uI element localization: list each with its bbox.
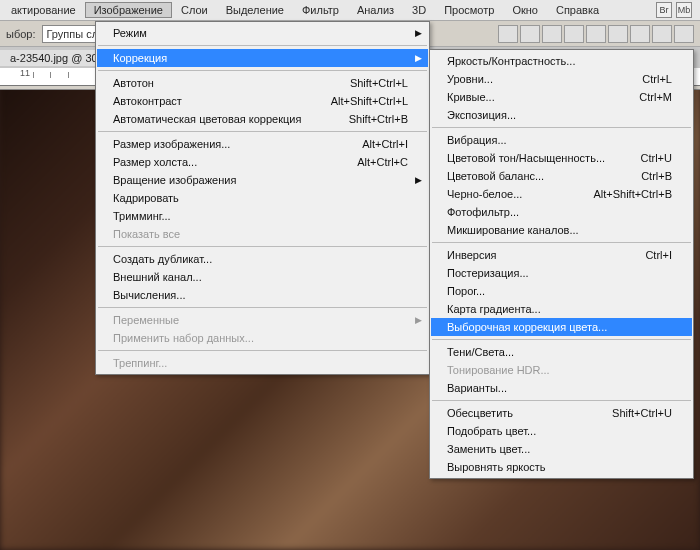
menu-separator (98, 246, 427, 247)
menu-separator (432, 339, 691, 340)
menu-item-shortcut: Ctrl+I (615, 249, 672, 261)
menu-item-label: Автоматическая цветовая коррекция (113, 113, 301, 125)
menu-item[interactable]: Уровни...Ctrl+L (431, 70, 692, 88)
menu-item[interactable]: Яркость/Контрастность... (431, 52, 692, 70)
menu-item[interactable]: Фотофильтр... (431, 203, 692, 221)
menu-item[interactable]: Варианты... (431, 379, 692, 397)
menu-item[interactable]: Вращение изображения▶ (97, 171, 428, 189)
align-icon[interactable] (608, 25, 628, 43)
menu-separator (432, 400, 691, 401)
ruler-tick (68, 72, 69, 78)
align-icon[interactable] (498, 25, 518, 43)
menu-separator (98, 70, 427, 71)
menu-item-label: Тени/Света... (447, 346, 514, 358)
menu-item[interactable]: Цветовой баланс...Ctrl+B (431, 167, 692, 185)
menu-item[interactable]: Выровнять яркость (431, 458, 692, 476)
menu-item-shortcut: Alt+Shift+Ctrl+B (563, 188, 672, 200)
align-icon[interactable] (542, 25, 562, 43)
menu-image[interactable]: Изображение (85, 2, 172, 18)
dropdown-correction-submenu: Яркость/Контрастность...Уровни...Ctrl+LК… (429, 49, 694, 479)
menu-item[interactable]: Черно-белое...Alt+Shift+Ctrl+B (431, 185, 692, 203)
menu-layers[interactable]: Слои (172, 2, 217, 18)
align-icon[interactable] (652, 25, 672, 43)
menu-analysis[interactable]: Анализ (348, 2, 403, 18)
document-tab[interactable]: а-23540.jpg @ 30 (0, 50, 109, 66)
menu-item-label: Карта градиента... (447, 303, 541, 315)
bridge-icon[interactable]: Br (656, 2, 672, 18)
menu-item-label: Цветовой тон/Насыщенность... (447, 152, 605, 164)
menu-item[interactable]: Вычисления... (97, 286, 428, 304)
menu-item[interactable]: ИнверсияCtrl+I (431, 246, 692, 264)
menu-item-label: Выровнять яркость (447, 461, 546, 473)
menu-item-label: Цветовой баланс... (447, 170, 544, 182)
menu-item-label: Яркость/Контрастность... (447, 55, 575, 67)
menu-item[interactable]: АвтоконтрастAlt+Shift+Ctrl+L (97, 92, 428, 110)
menu-separator (98, 307, 427, 308)
menu-item[interactable]: АвтотонShift+Ctrl+L (97, 74, 428, 92)
menu-item[interactable]: Тримминг... (97, 207, 428, 225)
menu-item[interactable]: Кадрировать (97, 189, 428, 207)
menu-filter[interactable]: Фильтр (293, 2, 348, 18)
menu-item[interactable]: Экспозиция... (431, 106, 692, 124)
menu-item-label: Подобрать цвет... (447, 425, 536, 437)
menu-item-label: Автотон (113, 77, 154, 89)
submenu-arrow-icon: ▶ (415, 53, 422, 63)
menu-item-label: Создать дубликат... (113, 253, 212, 265)
submenu-arrow-icon: ▶ (415, 315, 422, 325)
menu-item: Тонирование HDR... (431, 361, 692, 379)
menu-item[interactable]: Размер холста...Alt+Ctrl+C (97, 153, 428, 171)
menu-item-label: Кривые... (447, 91, 495, 103)
option-label-selection: ыбор: (6, 28, 36, 40)
menu-item-label: Применить набор данных... (113, 332, 254, 344)
menu-item[interactable]: Создать дубликат... (97, 250, 428, 268)
menu-item[interactable]: Карта градиента... (431, 300, 692, 318)
submenu-arrow-icon: ▶ (415, 28, 422, 38)
ruler-mark: 11 (20, 68, 30, 78)
menubar: актирование Изображение Слои Выделение Ф… (0, 0, 700, 21)
minibridge-icon[interactable]: Mb (676, 2, 692, 18)
menu-item-label: Обесцветить (447, 407, 513, 419)
menu-item[interactable]: Размер изображения...Alt+Ctrl+I (97, 135, 428, 153)
menu-item[interactable]: Тени/Света... (431, 343, 692, 361)
menu-item-label: Переменные (113, 314, 179, 326)
menu-item-label: Размер изображения... (113, 138, 230, 150)
menu-3d[interactable]: 3D (403, 2, 435, 18)
menu-item[interactable]: Цветовой тон/Насыщенность...Ctrl+U (431, 149, 692, 167)
menu-item-label: Фотофильтр... (447, 206, 519, 218)
align-icon[interactable] (630, 25, 650, 43)
menu-item[interactable]: Постеризация... (431, 264, 692, 282)
menu-select[interactable]: Выделение (217, 2, 293, 18)
menu-item-label: Размер холста... (113, 156, 197, 168)
align-icon[interactable] (564, 25, 584, 43)
menu-view[interactable]: Просмотр (435, 2, 503, 18)
menu-window[interactable]: Окно (503, 2, 547, 18)
menu-item[interactable]: Кривые...Ctrl+M (431, 88, 692, 106)
menu-item-shortcut: Alt+Shift+Ctrl+L (301, 95, 408, 107)
menu-help[interactable]: Справка (547, 2, 608, 18)
menu-item: Переменные▶ (97, 311, 428, 329)
menu-item[interactable]: Микширование каналов... (431, 221, 692, 239)
menu-item[interactable]: Коррекция▶ (97, 49, 428, 67)
align-icon[interactable] (674, 25, 694, 43)
menu-separator (98, 350, 427, 351)
align-icon[interactable] (520, 25, 540, 43)
menu-item-shortcut: Shift+Ctrl+L (320, 77, 408, 89)
menu-item-label: Черно-белое... (447, 188, 522, 200)
menu-item-label: Тримминг... (113, 210, 171, 222)
menu-item[interactable]: Режим▶ (97, 24, 428, 42)
menu-item-label: Треппинг... (113, 357, 167, 369)
menu-separator (432, 127, 691, 128)
menu-item[interactable]: Внешний канал... (97, 268, 428, 286)
menu-item-label: Автоконтраст (113, 95, 182, 107)
menu-item[interactable]: Порог... (431, 282, 692, 300)
menu-edit[interactable]: актирование (2, 2, 85, 18)
menu-item[interactable]: Выборочная коррекция цвета... (431, 318, 692, 336)
menu-item[interactable]: Заменить цвет... (431, 440, 692, 458)
menu-item-label: Тонирование HDR... (447, 364, 550, 376)
menu-item-label: Выборочная коррекция цвета... (447, 321, 607, 333)
menu-item[interactable]: Вибрация... (431, 131, 692, 149)
menu-item[interactable]: Автоматическая цветовая коррекцияShift+C… (97, 110, 428, 128)
align-icon[interactable] (586, 25, 606, 43)
menu-item[interactable]: Подобрать цвет... (431, 422, 692, 440)
menu-item[interactable]: ОбесцветитьShift+Ctrl+U (431, 404, 692, 422)
